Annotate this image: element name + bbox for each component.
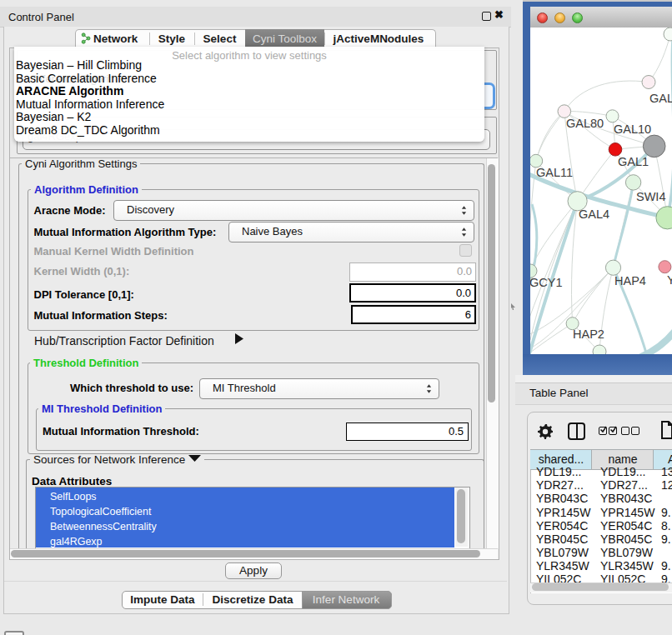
- svg-text:GAL4: GAL4: [579, 208, 609, 221]
- svg-text:Y: Y: [667, 273, 672, 287]
- svg-text:HAP2: HAP2: [573, 328, 604, 341]
- svg-text:HAP4: HAP4: [614, 274, 646, 288]
- svg-text:GAL1: GAL1: [618, 155, 649, 168]
- svg-text:GCY1: GCY1: [530, 276, 563, 289]
- svg-text:GAL80: GAL80: [566, 117, 604, 130]
- svg-text:GAL10: GAL10: [614, 122, 651, 136]
- svg-text:GAL11: GAL11: [536, 166, 573, 179]
- svg-text:SWI4: SWI4: [636, 190, 665, 203]
- svg-text:GAL: GAL: [649, 92, 672, 105]
